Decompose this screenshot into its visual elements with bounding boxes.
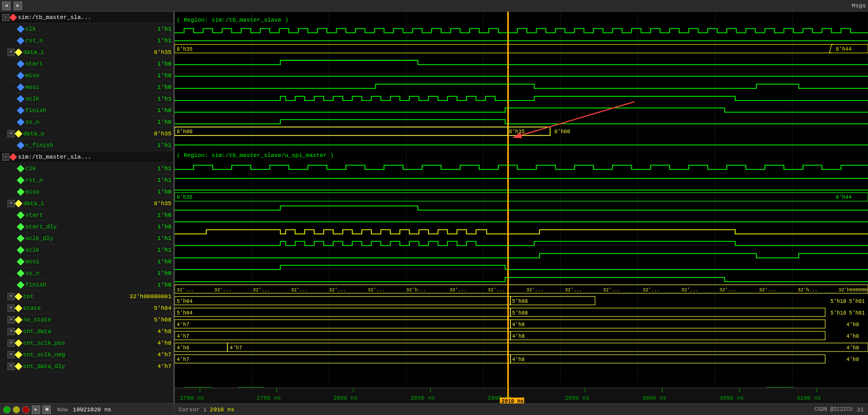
g2-cnt-expand[interactable]: +: [7, 293, 15, 300]
g2-start-diamond: [17, 211, 24, 218]
svg-text:8'h44: 8'h44: [836, 47, 852, 52]
svg-text:2950 ns: 2950 ns: [565, 395, 589, 401]
g2-miso-value: 1'h0: [126, 189, 173, 195]
sig-rst_n[interactable]: rst_n 1'h1: [0, 35, 173, 47]
mosi-diamond: [17, 83, 24, 90]
ss_n-name: ss_n: [25, 119, 124, 125]
sig-miso[interactable]: miso 1'h0: [0, 70, 173, 81]
sig2-cnt_data_dly[interactable]: + cnt_data_dly 4'h7: [0, 361, 173, 372]
sig2-data_i[interactable]: + data_i 8'h35: [0, 198, 173, 209]
svg-text:4'h7: 4'h7: [177, 357, 189, 363]
g2-rst_n-value: 1'h1: [126, 177, 173, 183]
data_i-expand[interactable]: +: [7, 49, 15, 56]
status-circle-red: [22, 406, 30, 413]
sig2-cnt_data[interactable]: + cnt_data 4'h8: [0, 326, 173, 337]
sig2-mosi[interactable]: mosi 1'h0: [0, 256, 173, 268]
svg-text:4'h0: 4'h0: [846, 357, 859, 363]
sig-mosi[interactable]: mosi 1'h0: [0, 81, 173, 93]
sig-data_o[interactable]: + data_o 8'h35: [0, 128, 173, 140]
svg-text:8'h44: 8'h44: [836, 195, 852, 200]
waveform-area[interactable]: ( Region: sim:/tb_master_slave ) 8'h35 8…: [175, 12, 868, 403]
waveform-svg: ( Region: sim:/tb_master_slave ) 8'h35 8…: [175, 12, 868, 403]
sig-finish[interactable]: finish 1'h0: [0, 105, 173, 116]
group1-diamond: [10, 13, 17, 21]
sig-ss_n[interactable]: ss_n 1'h0: [0, 116, 173, 128]
csdn-label: CSDN @IC2ICU: [815, 407, 853, 412]
sig-sclk[interactable]: sclk 1'h1: [0, 93, 173, 105]
g2-sclk-name: sclk: [25, 247, 124, 253]
svg-rect-108: [510, 355, 825, 363]
g2-rst_n-diamond: [17, 176, 24, 183]
sig-r_finish[interactable]: r_finish 1'h1: [0, 140, 173, 151]
g2-data_i-expand[interactable]: +: [7, 200, 15, 207]
sig2-finish[interactable]: finish 1'h0: [0, 279, 173, 291]
sig2-ss_n[interactable]: ss_n 1'h0: [0, 268, 173, 279]
sig2-miso[interactable]: miso 1'h0: [0, 186, 173, 198]
sig2-cnt[interactable]: + cnt 32'h00000001: [0, 291, 173, 302]
finish-name: finish: [25, 107, 124, 114]
g2-cnt_data_dly-expand[interactable]: +: [7, 363, 15, 370]
status-btn-1[interactable]: ▶: [32, 405, 40, 414]
right-panel: ( Region: sim:/tb_master_slave ) 8'h35 8…: [175, 12, 868, 403]
clk-name: clk: [25, 26, 124, 32]
g2-cnt-diamond: [15, 292, 22, 300]
g2-state-name: state: [23, 305, 124, 311]
g2-cnt_sclk_pos-name: cnt_sclk_pos: [23, 340, 124, 346]
group1-expand[interactable]: -: [2, 14, 10, 21]
sig2-rst_n[interactable]: rst_n 1'h1: [0, 174, 173, 186]
sig2-nx_state[interactable]: + nx_state 5'h08: [0, 314, 173, 326]
g2-start-value: 1'h0: [126, 212, 173, 218]
svg-text:4'h7: 4'h7: [230, 345, 242, 351]
sig2-sclk_dly[interactable]: sclk_dly 1'h1: [0, 233, 173, 244]
group2-header[interactable]: - sim:/tb_master_sla...: [0, 151, 173, 163]
svg-text:5'h01: 5'h01: [849, 299, 865, 305]
status-btn-2[interactable]: ⏹: [42, 405, 51, 414]
cursor-value: 2910 ns: [210, 407, 234, 413]
g2-cnt_data_dly-diamond: [15, 362, 22, 370]
svg-text:( Region: sim:/tb_master_slave: ( Region: sim:/tb_master_slave/u_spi_mas…: [177, 152, 334, 159]
svg-text:4'h7: 4'h7: [177, 322, 189, 328]
sig2-state[interactable]: + state 5'h04: [0, 302, 173, 314]
svg-text:2910 ns: 2910 ns: [501, 399, 524, 404]
svg-text:32'h...: 32'h...: [406, 288, 426, 293]
group1-name: sim:/tb_master_sla...: [18, 14, 173, 21]
g2-cnt_data-expand[interactable]: +: [7, 328, 15, 335]
data_o-expand[interactable]: +: [7, 130, 15, 137]
g2-ss_n-diamond: [17, 269, 24, 276]
toolbar-btn-1[interactable]: ◀: [2, 2, 11, 10]
data_o-diamond: [15, 130, 22, 137]
ss_n-diamond: [17, 118, 24, 125]
group1-header[interactable]: - sim:/tb_master_sla...: [0, 12, 173, 23]
sig2-cnt_sclk_neg[interactable]: + cnt_sclk_neg 4'h7: [0, 349, 173, 361]
sig2-start_dly[interactable]: start_dly 1'h0: [0, 221, 173, 233]
svg-text:4'h6: 4'h6: [177, 345, 189, 351]
svg-rect-85: [175, 308, 510, 317]
sig-data_i[interactable]: + data_i 8'h35: [0, 47, 173, 58]
sig2-sclk[interactable]: sclk 1'h1: [0, 244, 173, 256]
clk-diamond: [17, 25, 24, 32]
g2-rst_n-name: rst_n: [25, 177, 124, 183]
g2-state-expand[interactable]: +: [7, 305, 15, 312]
svg-rect-91: [175, 320, 510, 328]
g2-clk-name: clk: [25, 165, 124, 172]
svg-text:8'h00: 8'h00: [554, 129, 570, 135]
g2-miso-diamond: [17, 188, 24, 195]
sig2-start[interactable]: start 1'h0: [0, 209, 173, 221]
group2-expand[interactable]: -: [2, 153, 10, 161]
svg-text:32'...: 32'...: [450, 288, 467, 293]
g2-cnt-value: 32'h00000001: [126, 293, 173, 300]
sig-clk[interactable]: clk 1'h1: [0, 23, 173, 35]
timeline: 2700 ns 2750 ns 2800 ns 2850 ns 2900 ns …: [175, 388, 868, 403]
toolbar-btn-2[interactable]: ▶: [14, 2, 22, 10]
g2-nx_state-expand[interactable]: +: [7, 316, 15, 324]
g2-cnt_sclk_pos-expand[interactable]: +: [7, 339, 15, 347]
svg-text:2700 ns: 2700 ns: [180, 395, 204, 401]
g2-start_dly-diamond: [17, 223, 24, 230]
svg-text:32'h...: 32'h...: [798, 288, 818, 293]
svg-text:5'h10: 5'h10: [830, 310, 846, 316]
g2-cnt_sclk_neg-expand[interactable]: +: [7, 351, 15, 358]
sig-start[interactable]: start 1'h0: [0, 58, 173, 70]
sig2-clk[interactable]: clk 1'h1: [0, 163, 173, 174]
g2-start-name: start: [25, 212, 124, 218]
sig2-cnt_sclk_pos[interactable]: + cnt_sclk_pos 4'h8: [0, 337, 173, 349]
